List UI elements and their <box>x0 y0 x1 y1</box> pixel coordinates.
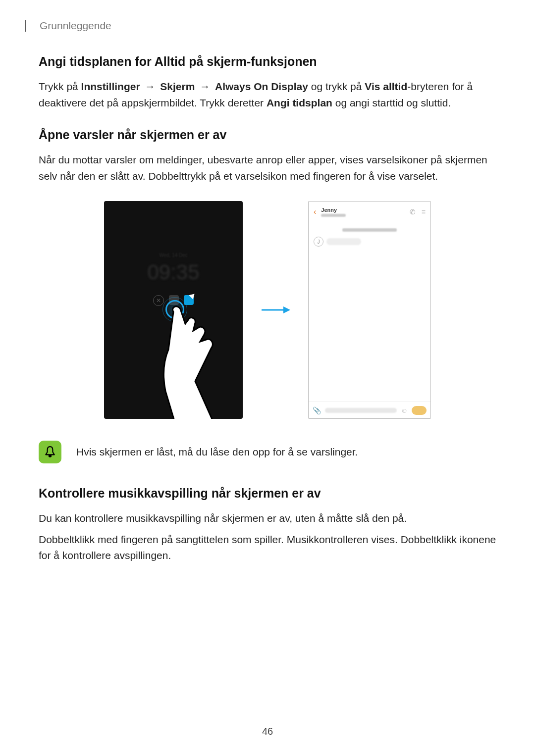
page-number: 46 <box>262 726 273 737</box>
attach-icon: 📎 <box>313 406 321 414</box>
messages-body: J <box>309 222 430 251</box>
note-text: Hvis skjermen er låst, må du låse den op… <box>76 446 358 458</box>
section1-b5: Angi tidsplan <box>267 97 332 108</box>
double-tap-gesture <box>162 300 242 419</box>
input-placeholder-blur <box>325 408 397 413</box>
arrow-sep-1: → <box>142 81 159 92</box>
hand-icon <box>160 302 243 419</box>
aod-screen: Wed, 14 Dec 09:35 ✕ <box>104 201 243 419</box>
note-bell-icon <box>39 441 61 463</box>
aod-time: 09:35 <box>147 260 199 284</box>
section1-b4: Vis alltid <box>365 81 407 92</box>
contact-avatar: J <box>314 237 323 247</box>
message-bubble-blur <box>326 238 361 245</box>
call-icon: ✆ <box>410 208 416 216</box>
section3-p1: Du kan kontrollere musikkavspilling når … <box>39 510 496 527</box>
emoji-icon: ☺ <box>401 406 408 414</box>
contact-title: Jenny <box>321 207 405 217</box>
messages-header: ‹ Jenny ✆ ≡ <box>309 202 430 222</box>
note-callout: Hvis skjermen er låst, må du låse den op… <box>39 441 496 463</box>
section1-t1: Trykk på <box>39 81 81 92</box>
section1-b2: Skjerm <box>160 81 195 92</box>
header-actions: ✆ ≡ <box>410 208 426 216</box>
back-icon: ‹ <box>314 207 316 216</box>
section3-heading: Kontrollere musikkavspilling når skjerme… <box>39 486 496 501</box>
section1-b3: Always On Display <box>215 81 308 92</box>
illustration-row: Wed, 14 Dec 09:35 ✕ ‹ Jenny <box>39 201 496 419</box>
message-input-bar: 📎 ☺ <box>309 402 430 418</box>
date-separator-blur <box>342 228 397 232</box>
menu-icon: ≡ <box>422 208 426 216</box>
section2-heading: Åpne varsler når skjermen er av <box>39 128 496 142</box>
message-row: J <box>314 237 426 247</box>
arrow-sep-2: → <box>197 81 213 92</box>
section3-p2: Dobbeltklikk med fingeren på sangtittele… <box>39 532 496 564</box>
chapter-title: Grunnleggende <box>25 20 111 32</box>
aod-day: Wed, 14 Dec <box>159 252 188 258</box>
section1-heading: Angi tidsplanen for Alltid på skjerm-fun… <box>39 54 496 69</box>
page-content: Angi tidsplanen for Alltid på skjerm-fun… <box>39 54 496 581</box>
send-button <box>412 406 427 415</box>
section1-paragraph: Trykk på Innstillinger → Skjerm → Always… <box>39 79 496 111</box>
transition-arrow-icon <box>261 306 290 313</box>
svg-marker-1 <box>283 306 290 313</box>
messages-screen: ‹ Jenny ✆ ≡ J 📎 ☺ <box>308 201 431 419</box>
contact-subtitle-blur <box>321 214 346 217</box>
section1-t2: og trykk på <box>308 81 365 92</box>
section1-b1: Innstillinger <box>81 81 140 92</box>
section1-t4: og angi starttid og sluttid. <box>332 97 451 108</box>
contact-name: Jenny <box>321 207 405 213</box>
section2-paragraph: Når du mottar varsler om meldinger, ubes… <box>39 152 496 184</box>
